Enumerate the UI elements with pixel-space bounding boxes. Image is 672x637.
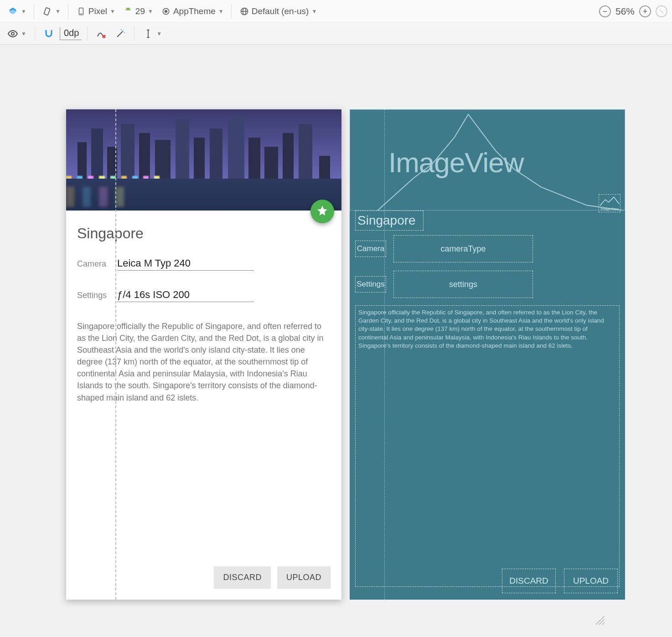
api-level-dropdown[interactable]: 29 ▼ <box>120 4 156 19</box>
bp-settings-input[interactable]: settings <box>393 271 533 298</box>
android-icon <box>123 6 134 17</box>
bp-upload-button[interactable]: UPLOAD <box>564 569 618 593</box>
svg-line-16 <box>117 31 123 37</box>
chevron-down-icon: ▼ <box>156 31 162 37</box>
chevron-down-icon: ▼ <box>21 8 26 15</box>
magnet-icon <box>43 28 54 39</box>
description-text[interactable]: Singapore officially the Republic of Sin… <box>77 320 331 404</box>
bp-imageview[interactable]: ImageView <box>350 109 625 211</box>
eye-icon <box>7 28 18 39</box>
bp-camera-input[interactable]: cameraType <box>393 235 533 262</box>
secondary-toolbar: ▼ 0dp ▼ <box>0 23 672 45</box>
star-icon <box>316 205 328 218</box>
camera-input[interactable]: Leica M Typ 240 <box>117 257 254 271</box>
design-surface-dropdown[interactable]: ▼ <box>5 4 29 19</box>
discard-button[interactable]: DISCARD <box>214 566 271 589</box>
chevron-down-icon: ▼ <box>110 8 115 15</box>
camera-label: Camera <box>77 259 111 269</box>
chevron-down-icon: ▼ <box>148 8 153 15</box>
theme-label: AppTheme <box>173 6 216 16</box>
magnet-toggle[interactable] <box>41 26 57 41</box>
toolbar-separator <box>231 4 232 19</box>
resize-handle-icon[interactable] <box>593 613 605 629</box>
design-preview[interactable]: Singapore Camera Leica M Typ 240 Setting… <box>66 109 341 600</box>
zoom-fit-button[interactable] <box>656 5 667 17</box>
theme-icon <box>160 6 171 17</box>
svg-point-13 <box>11 32 14 35</box>
svg-line-12 <box>659 9 663 13</box>
rotate-icon <box>41 6 52 17</box>
view-options-dropdown[interactable]: ▼ <box>5 26 29 41</box>
toolbar-separator <box>35 26 35 41</box>
guidelines-dropdown[interactable]: ▼ <box>140 26 165 41</box>
design-canvas[interactable]: Singapore Camera Leica M Typ 240 Setting… <box>0 45 672 636</box>
chevron-down-icon: ▼ <box>55 8 61 15</box>
theme-dropdown[interactable]: AppTheme ▼ <box>158 4 227 19</box>
locale-label: Default (en-us) <box>252 6 309 16</box>
dp-value: 0dp <box>64 28 79 38</box>
svg-point-5 <box>127 9 128 10</box>
bp-settings-label[interactable]: Settings <box>355 276 386 293</box>
bp-description-text[interactable]: Singapore officially the Republic of Sin… <box>355 305 620 587</box>
wand-icon <box>115 28 126 39</box>
device-dropdown[interactable]: Pixel ▼ <box>73 4 118 19</box>
bp-title-text[interactable]: Singapore <box>355 211 424 231</box>
svg-point-17 <box>123 31 124 31</box>
zoom-level: 56% <box>615 6 635 17</box>
toolbar-separator <box>134 26 134 41</box>
zoom-out-button[interactable]: − <box>599 5 611 17</box>
bp-fab-placeholder[interactable]: ImageView <box>599 194 620 212</box>
toolbar-separator <box>87 26 88 41</box>
svg-point-6 <box>129 9 130 10</box>
infer-constraints-button[interactable] <box>112 26 129 41</box>
toolbar-separator <box>68 4 68 19</box>
chevron-down-icon: ▼ <box>311 8 317 15</box>
locale-dropdown[interactable]: Default (en-us) ▼ <box>236 4 320 19</box>
bp-discard-button[interactable]: DISCARD <box>502 569 556 593</box>
primary-toolbar: ▼ ▼ Pixel ▼ 29 ▼ AppTheme ▼ Default <box>0 0 672 23</box>
bp-margin-guideline <box>384 109 385 600</box>
svg-point-8 <box>165 10 167 12</box>
clear-constraints-icon <box>96 28 107 39</box>
svg-point-18 <box>121 29 122 30</box>
upload-button[interactable]: UPLOAD <box>277 566 331 589</box>
blueprint-preview[interactable]: ImageView ImageView Singapore Camera cam… <box>350 109 625 600</box>
zoom-in-button[interactable]: + <box>639 5 651 17</box>
api-label: 29 <box>135 6 145 16</box>
svg-rect-2 <box>44 7 50 15</box>
header-image[interactable] <box>66 109 341 211</box>
title-text[interactable]: Singapore <box>77 225 331 242</box>
clear-constraints-button[interactable] <box>93 26 109 41</box>
chevron-down-icon: ▼ <box>218 8 224 15</box>
device-label: Pixel <box>88 6 107 16</box>
phone-icon <box>76 6 87 17</box>
guideline-icon <box>143 28 154 39</box>
orientation-dropdown[interactable]: ▼ <box>39 4 63 19</box>
svg-point-19 <box>124 32 125 33</box>
chevron-down-icon: ▼ <box>21 31 26 37</box>
svg-line-25 <box>602 622 605 625</box>
layers-icon <box>7 6 18 17</box>
bp-camera-label[interactable]: Camera <box>355 241 386 257</box>
settings-input[interactable]: ƒ/4 16s ISO 200 <box>117 289 254 302</box>
globe-icon <box>239 6 250 17</box>
toolbar-separator <box>34 4 34 19</box>
bp-imageview-label: ImageView <box>388 146 524 179</box>
default-margin-input[interactable]: 0dp <box>60 27 82 40</box>
favorite-fab[interactable] <box>310 200 334 223</box>
settings-label: Settings <box>77 291 111 300</box>
